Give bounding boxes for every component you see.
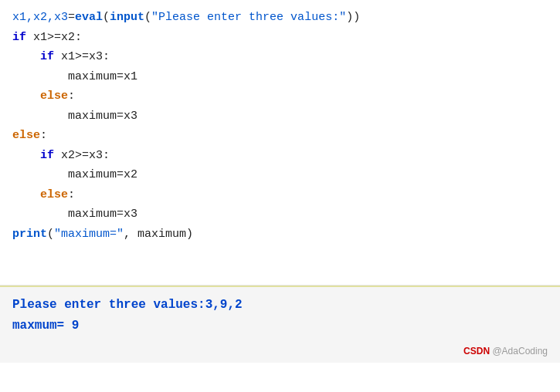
code-line-2: if x1>=x2:	[12, 28, 548, 48]
code-line-9: maximum=x2	[12, 165, 548, 185]
code-line-10: else:	[12, 185, 548, 205]
output-line-1: Please enter three values:3,9,2	[12, 295, 548, 316]
output-section: Please enter three values:3,9,2 maxmum= …	[0, 286, 560, 363]
else-kw-1: else	[40, 90, 68, 103]
code-line-7: else:	[12, 126, 548, 146]
if-kw-3: if	[40, 149, 54, 162]
code-line-5: else:	[12, 86, 548, 106]
code-line-8: if x2>=x3:	[12, 146, 548, 166]
input-str: "Please enter three values:"	[151, 11, 346, 24]
code-line-3: if x1>=x3:	[12, 47, 548, 67]
code-line-1: x1,x2,x3=eval(input("Please enter three …	[12, 8, 548, 28]
eval-fn: eval	[75, 11, 103, 24]
code-line-6: maximum=x3	[12, 106, 548, 127]
code-line-4: maximum=x1	[12, 67, 548, 87]
var-decl: x1,x2,x3	[12, 11, 68, 24]
watermark: CSDN @AdaCoding	[463, 346, 548, 357]
output-line-2: maxmum= 9	[12, 316, 548, 336]
if-kw-1: if	[12, 31, 26, 44]
else-kw-3: else	[40, 188, 68, 201]
if-kw-2: if	[40, 50, 54, 63]
print-str: "maximum="	[54, 228, 124, 241]
author-handle: @AdaCoding	[492, 346, 548, 357]
code-section: x1,x2,x3=eval(input("Please enter three …	[0, 0, 560, 286]
code-line-12: print("maximum=", maximum)	[12, 225, 548, 245]
code-line-11: maximum=x3	[12, 204, 548, 225]
input-fn: input	[110, 11, 144, 24]
else-kw-2: else	[12, 129, 40, 142]
csdn-brand: CSDN	[463, 346, 490, 357]
print-fn: print	[12, 228, 47, 241]
